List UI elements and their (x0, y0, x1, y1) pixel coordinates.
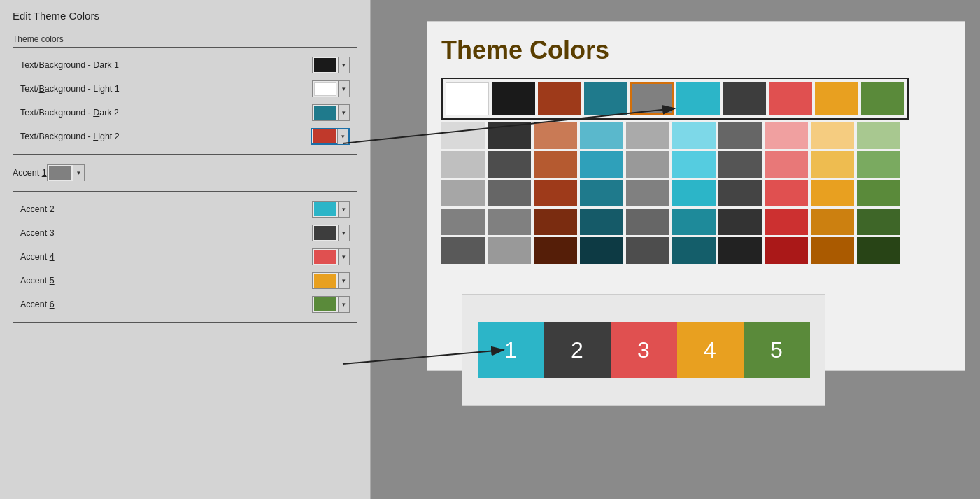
shade-cell-5-0[interactable] (672, 122, 716, 149)
shade-cell-2-2[interactable] (534, 180, 577, 206)
shade-cell-8-1[interactable] (811, 151, 854, 178)
dropdown-arrow-accent1[interactable]: ▾ (73, 165, 84, 181)
dropdown-arrow-accent6[interactable]: ▾ (338, 297, 349, 312)
color-row-accent1: Accent 1▾ (13, 161, 85, 185)
shade-cell-1-2[interactable] (488, 180, 531, 206)
dialog-title: Edit Theme Colors (0, 0, 370, 29)
shade-cell-8-3[interactable] (811, 209, 854, 235)
color-button-accent6[interactable]: ▾ (312, 296, 350, 313)
shade-cell-0-2[interactable] (441, 180, 485, 206)
shade-cell-6-2[interactable] (718, 180, 762, 206)
theme-display-title: Theme Colors (441, 36, 951, 65)
shade-cell-5-2[interactable] (672, 180, 716, 206)
shade-cell-0-4[interactable] (441, 237, 485, 264)
accent1-row: Accent 1▾ (13, 157, 357, 188)
shade-column-0 (441, 122, 485, 264)
dropdown-arrow-accent2[interactable]: ▾ (338, 202, 349, 217)
shade-cell-3-3[interactable] (580, 209, 623, 235)
color-button-light2[interactable]: ▾ (311, 128, 350, 145)
shade-cell-0-3[interactable] (441, 209, 485, 235)
color-button-accent3[interactable]: ▾ (312, 225, 350, 241)
shade-cell-1-0[interactable] (488, 122, 531, 149)
shade-cell-1-3[interactable] (488, 209, 531, 235)
shade-cell-2-3[interactable] (534, 209, 577, 235)
top-swatch-2[interactable] (538, 82, 581, 115)
top-swatch-5[interactable] (676, 82, 720, 115)
shade-column-5 (672, 122, 716, 264)
dropdown-arrow-accent5[interactable]: ▾ (338, 273, 349, 288)
shade-cell-5-1[interactable] (672, 151, 716, 178)
shade-cell-0-0[interactable] (441, 122, 485, 149)
swatch-light1 (314, 82, 336, 96)
edit-theme-dialog: Edit Theme Colors Theme colors Text/Back… (0, 0, 371, 499)
row-label-accent4: Accent 4 (20, 252, 312, 262)
swatch-accent1 (49, 166, 71, 180)
shade-cell-6-4[interactable] (718, 237, 762, 264)
shade-cell-3-0[interactable] (580, 122, 623, 149)
top-swatch-9[interactable] (861, 82, 904, 115)
shade-cell-1-4[interactable] (488, 237, 531, 264)
color-row-light2: Text/Background - Light 2▾ (20, 125, 350, 148)
shade-cell-2-4[interactable] (534, 237, 577, 264)
shade-cell-4-0[interactable] (626, 122, 669, 149)
color-row-accent4: Accent 4▾ (20, 245, 350, 269)
color-button-dark2[interactable]: ▾ (312, 104, 350, 121)
shade-cell-1-1[interactable] (488, 151, 531, 178)
shade-cell-9-3[interactable] (857, 209, 900, 235)
shade-column-1 (488, 122, 531, 264)
dropdown-arrow-light1[interactable]: ▾ (338, 81, 349, 97)
shade-cell-7-3[interactable] (765, 209, 808, 235)
dropdown-arrow-dark1[interactable]: ▾ (338, 57, 349, 73)
shade-cell-3-4[interactable] (580, 237, 623, 264)
shade-cell-4-2[interactable] (626, 180, 669, 206)
shade-cell-9-1[interactable] (857, 151, 900, 178)
shade-cell-9-4[interactable] (857, 237, 900, 264)
shade-cell-4-4[interactable] (626, 237, 669, 264)
shade-cell-5-3[interactable] (672, 209, 716, 235)
shade-cell-9-0[interactable] (857, 122, 900, 149)
color-button-accent4[interactable]: ▾ (312, 248, 350, 265)
shade-cell-7-0[interactable] (765, 122, 808, 149)
shade-cell-7-2[interactable] (765, 180, 808, 206)
color-button-dark1[interactable]: ▾ (312, 57, 350, 73)
swatch-dark1 (314, 58, 336, 72)
color-row-accent3: Accent 3▾ (20, 221, 350, 245)
numbered-boxes-panel: 12345 (462, 294, 825, 406)
shade-cell-6-1[interactable] (718, 151, 762, 178)
shade-cell-5-4[interactable] (672, 237, 716, 264)
shade-cell-6-0[interactable] (718, 122, 762, 149)
shade-cell-4-1[interactable] (626, 151, 669, 178)
top-swatch-6[interactable] (723, 82, 766, 115)
shade-cell-7-1[interactable] (765, 151, 808, 178)
theme-colors-group: Text/Background - Dark 1▾Text/Background… (13, 47, 357, 155)
shade-column-9 (857, 122, 900, 264)
top-swatch-7[interactable] (769, 82, 812, 115)
color-button-accent2[interactable]: ▾ (312, 201, 350, 218)
dropdown-arrow-light2[interactable]: ▾ (337, 129, 348, 144)
color-button-accent5[interactable]: ▾ (312, 272, 350, 289)
shade-cell-3-2[interactable] (580, 180, 623, 206)
shade-cell-8-2[interactable] (811, 180, 854, 206)
top-swatch-0[interactable] (446, 82, 489, 115)
top-swatch-4[interactable] (630, 82, 674, 115)
dropdown-arrow-dark2[interactable]: ▾ (338, 105, 349, 120)
shade-cell-2-1[interactable] (534, 151, 577, 178)
shade-cell-6-3[interactable] (718, 209, 762, 235)
shade-cell-0-1[interactable] (441, 151, 485, 178)
shade-cell-9-2[interactable] (857, 180, 900, 206)
swatch-accent6 (314, 297, 336, 311)
dropdown-arrow-accent4[interactable]: ▾ (338, 249, 349, 265)
dropdown-arrow-accent3[interactable]: ▾ (338, 225, 349, 241)
color-button-light1[interactable]: ▾ (312, 80, 350, 97)
top-swatch-8[interactable] (815, 82, 858, 115)
top-swatch-1[interactable] (492, 82, 535, 115)
color-button-accent1[interactable]: ▾ (47, 164, 85, 181)
shade-cell-3-1[interactable] (580, 151, 623, 178)
shade-cell-2-0[interactable] (534, 122, 577, 149)
shade-cell-8-0[interactable] (811, 122, 854, 149)
swatch-dark2 (314, 106, 336, 120)
shade-cell-7-4[interactable] (765, 237, 808, 264)
top-swatch-3[interactable] (584, 82, 627, 115)
shade-cell-8-4[interactable] (811, 237, 854, 264)
shade-cell-4-3[interactable] (626, 209, 669, 235)
